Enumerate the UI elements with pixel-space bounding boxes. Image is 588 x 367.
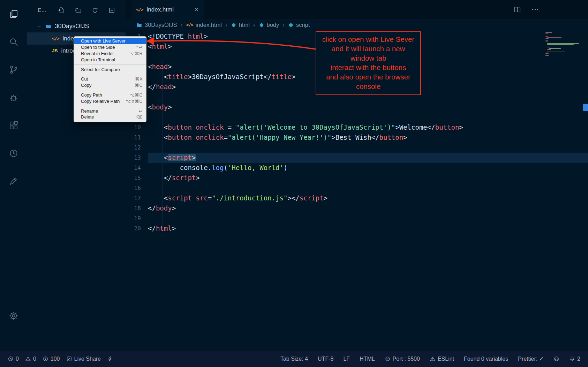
line-content: <button onclick = "alert('Welcome to 30D… (148, 122, 588, 132)
status-variables[interactable]: Found 0 variables (464, 356, 508, 362)
menu-item-select-for-compare[interactable]: Select for Compare (74, 66, 146, 72)
activity-extensions[interactable] (0, 112, 27, 139)
collapse-all-button[interactable] (108, 7, 115, 14)
menu-item-copy[interactable]: Copy⌘C (74, 82, 146, 89)
status-errors[interactable]: 0 (8, 356, 19, 362)
status-notifications[interactable]: 2 (569, 356, 580, 362)
code-line-15[interactable]: 15 </script> (126, 173, 588, 183)
html-file-icon: </> (186, 22, 193, 28)
menu-item-copy-relative-path[interactable]: Copy Relative Path⌥⇧⌘C (74, 98, 146, 104)
menu-item-reveal-in-finder[interactable]: Reveal in Finder⌥⌘R (74, 51, 146, 57)
status-port[interactable]: Port : 5500 (385, 356, 420, 362)
activity-settings[interactable] (0, 302, 27, 330)
split-editor-icon[interactable] (513, 6, 521, 14)
new-folder-icon (75, 7, 82, 14)
activity-feedback[interactable] (0, 167, 27, 195)
breadcrumb-html[interactable]: html (231, 22, 250, 28)
line-content: </html> (148, 223, 588, 234)
line-number[interactable]: 15 (126, 173, 148, 183)
status-live-share[interactable]: Live Share (66, 356, 101, 362)
breadcrumb-index-html[interactable]: </>index.html (186, 22, 222, 28)
tree-item-root-folder[interactable]: 30DaysOfJS (27, 20, 126, 32)
code-line-14[interactable]: 14 console.log('Hello, World') (126, 163, 588, 173)
status-prettier[interactable]: Prettier: ✓ (518, 355, 544, 362)
menu-shortcut: ⌫ (136, 114, 143, 120)
code-line-20[interactable]: 20</html> (126, 223, 588, 234)
menu-item-delete[interactable]: Delete⌫ (74, 114, 146, 120)
activity-bottom (0, 302, 27, 330)
code-line-13[interactable]: 13 <script> (126, 153, 588, 163)
status-tab-size[interactable]: Tab Size: 4 (280, 356, 308, 362)
line-number[interactable]: 19 (126, 213, 148, 223)
line-number[interactable]: 11 (126, 132, 148, 143)
search-icon (9, 37, 18, 47)
code-line-16[interactable]: 16 (126, 183, 588, 193)
breadcrumb-separator: › (225, 22, 227, 29)
status-encoding[interactable]: UTF-8 (318, 356, 333, 362)
menu-item-label: Reveal in Finder (81, 51, 114, 56)
menu-item-open-to-the-side[interactable]: Open to the Side⌃↵ (74, 44, 146, 51)
overview-ruler-marker[interactable] (583, 104, 588, 111)
code-line-17[interactable]: 17 <script src="./introduction.js"></scr… (126, 193, 588, 203)
menu-shortcut: ↩ (139, 108, 143, 114)
new-file-button[interactable] (58, 7, 65, 14)
line-number[interactable]: 16 (126, 183, 148, 193)
status-info[interactable]: 100 (43, 356, 60, 362)
menu-shortcut: ⌥⌘C (130, 92, 143, 98)
breadcrumb-script[interactable]: script (288, 22, 310, 28)
more-actions-icon[interactable] (531, 6, 539, 14)
activity-explorer[interactable] (0, 0, 27, 28)
line-number[interactable]: 20 (126, 223, 148, 234)
status-warnings[interactable]: 0 (25, 356, 36, 362)
line-number[interactable]: 10 (126, 122, 148, 132)
status-bolt[interactable] (107, 356, 113, 362)
code-line-18[interactable]: 18</body> (126, 203, 588, 213)
status-eslint[interactable]: ESLint (430, 356, 454, 362)
status-feedback[interactable] (553, 356, 559, 362)
menu-item-label: Copy Path (81, 92, 102, 98)
menu-shortcut: ⌥⇧⌘C (126, 99, 143, 104)
line-number[interactable]: 12 (126, 143, 148, 153)
refresh-button[interactable] (91, 7, 99, 14)
status-left: 00100Live Share (8, 356, 113, 362)
menu-item-cut[interactable]: Cut⌘X (74, 76, 146, 82)
menu-item-copy-path[interactable]: Copy Path⌥⌘C (74, 92, 146, 98)
menu-item-rename[interactable]: Rename↩ (74, 108, 146, 114)
cube-icon (288, 22, 294, 28)
new-folder-button[interactable] (75, 7, 82, 14)
activity-history[interactable] (0, 139, 27, 167)
status-right: Tab Size: 4UTF-8LFHTMLPort : 5500ESLintF… (280, 355, 580, 362)
source-control-icon (9, 65, 18, 75)
code-line-9[interactable]: 9 (126, 112, 588, 122)
status-text: Port : 5500 (393, 356, 420, 362)
code-line-19[interactable]: 19 (126, 213, 588, 223)
line-content (148, 112, 588, 122)
code-line-11[interactable]: 11 <button onclick="alert('Happy New Yea… (126, 132, 588, 143)
code-line-10[interactable]: 10 <button onclick = "alert('Welcome to … (126, 122, 588, 132)
breadcrumb-30DaysOfJS[interactable]: 30DaysOfJS (136, 22, 177, 28)
status-eol[interactable]: LF (343, 356, 350, 362)
menu-item-open-in-terminal[interactable]: Open in Terminal (74, 56, 146, 63)
line-content (148, 183, 588, 193)
code-line-12[interactable]: 12 (126, 143, 588, 153)
line-number[interactable]: 13 (126, 153, 148, 163)
annotation-line: and also open the browser (317, 72, 420, 82)
line-number[interactable]: 14 (126, 163, 148, 173)
annotation-line: console (317, 82, 420, 91)
line-number[interactable]: 18 (126, 203, 148, 213)
collapse-all-icon (108, 7, 115, 14)
html-file-icon: </> (136, 7, 143, 12)
close-icon[interactable] (194, 7, 199, 13)
breadcrumb-body[interactable]: body (259, 22, 279, 28)
code-line-8[interactable]: 8<body> (126, 102, 588, 112)
minimap[interactable] (544, 32, 583, 56)
explorer-title: E... (38, 7, 46, 13)
menu-item-open-with-live-server[interactable]: Open with Live Server (74, 38, 146, 44)
line-number[interactable]: 17 (126, 193, 148, 203)
status-text: ESLint (438, 356, 454, 362)
status-language[interactable]: HTML (360, 356, 375, 362)
activity-debug[interactable] (0, 84, 27, 112)
activity-search[interactable] (0, 28, 27, 56)
activity-source-control[interactable] (0, 56, 27, 84)
tab-index-html[interactable]: </> index.html (131, 0, 204, 19)
